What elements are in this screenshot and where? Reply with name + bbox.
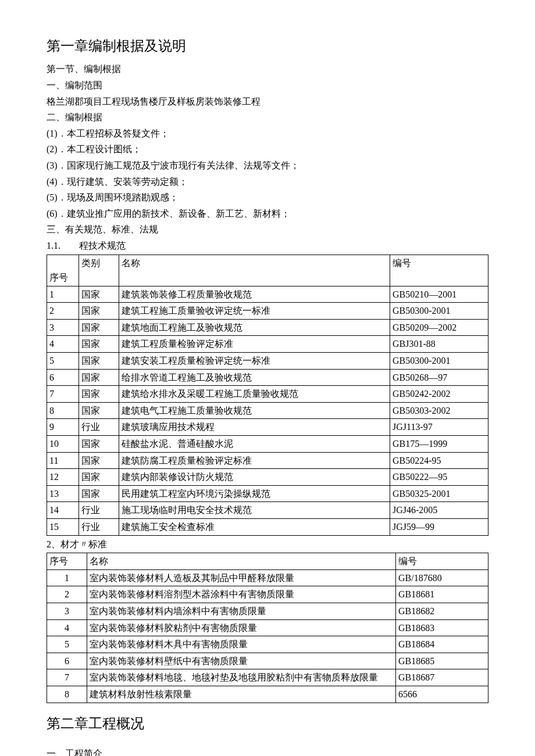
cell-code: JGJ113-97 (390, 419, 488, 436)
cell-code: GB50300-2001 (390, 303, 488, 320)
cell-seq: 6 (47, 369, 79, 386)
chapter2-title: 第二章工程概况 (47, 712, 488, 734)
cell-name: 建筑地面工程施工及验收规范 (119, 319, 390, 336)
header-seq: 序号 (47, 553, 87, 570)
basis-item: (6)．建筑业推广应用的新技术、新设备、新工艺、新材料； (47, 206, 488, 221)
cell-seq: 4 (47, 619, 87, 636)
cell-code: JGJ59—99 (390, 519, 488, 536)
header-name: 名称 (87, 553, 396, 570)
cell-code: GB18681 (396, 586, 488, 603)
cell-code: GB50224-95 (390, 452, 488, 469)
cell-code: GB175—1999 (390, 436, 488, 453)
cell-seq: 10 (47, 436, 79, 453)
cell-name: 室内装饰装修材料地毯、地毯衬垫及地毯用胶粘剂中有害物质释放限量 (87, 669, 396, 686)
basis-item: (5)．现场及周围环境踏勘观感； (47, 190, 488, 205)
table-row: 15行业建筑施工安全检查标准JGJ59—99 (47, 519, 488, 536)
cell-seq: 4 (47, 336, 79, 353)
cell-cat: 国家 (79, 402, 119, 419)
cell-name: 建筑安装工程质量检验评定统一标准 (119, 353, 390, 370)
cell-seq: 8 (47, 402, 79, 419)
header-code: 编号 (390, 255, 488, 286)
header-seq: 序号 (47, 255, 79, 286)
cell-name: 硅酸盐水泥、普通硅酸水泥 (119, 436, 390, 453)
cell-seq: 13 (47, 485, 79, 502)
table-header-row: 序号名称编号 (47, 553, 488, 570)
header-name: 名称 (119, 255, 390, 286)
cell-cat: 国家 (79, 336, 119, 353)
cell-cat: 国家 (79, 353, 119, 370)
cell-name: 室内装饰装修材料内墙涂料中有害物质限量 (87, 603, 396, 619)
table-row: 7室内装饰装修材料地毯、地毯衬垫及地毯用胶粘剂中有害物质释放限量GB18687 (47, 669, 488, 686)
header-cat: 类别 (79, 255, 119, 286)
spec-table: 序号类别名称编号1国家建筑装饰装修工程质量验收规范GB50210—20012国家… (47, 255, 488, 536)
cell-code: GB50303-2002 (390, 402, 488, 419)
cell-code: GB50209—2002 (390, 319, 488, 336)
cell-cat: 国家 (79, 436, 119, 453)
cell-name: 室内装饰装修材料溶剂型木器涂料中有害物质限量 (87, 586, 396, 603)
part2-title: 二、编制根据 (47, 110, 488, 125)
cell-name: 建筑施工安全检查标准 (119, 519, 390, 536)
basis-item: (1)．本工程招标及答疑文件； (47, 126, 488, 141)
table-row: 3室内装饰装修材料内墙涂料中有害物质限量GB18682 (47, 603, 488, 619)
cell-seq: 2 (47, 303, 79, 320)
part1-title: 一、编制范围 (47, 78, 488, 93)
table-row: 12国家建筑内部装修设计防火规范GB50222—95 (47, 469, 488, 486)
cell-code: GB18687 (396, 669, 488, 686)
cell-cat: 国家 (79, 319, 119, 336)
cell-seq: 11 (47, 452, 79, 469)
cell-seq: 7 (47, 386, 79, 403)
cell-seq: 5 (47, 353, 79, 370)
cell-name: 室内装饰装修材料人造板及其制品中甲醛释放限量 (87, 569, 396, 586)
table-row: 9行业建筑玻璃应用技术规程JGJ113-97 (47, 419, 488, 436)
part3-title: 三、有关规范、标准、法规 (47, 222, 488, 237)
cell-code: GB18684 (396, 636, 488, 653)
cell-seq: 7 (47, 669, 87, 686)
cell-name: 施工现场临时用电安全技术规范 (119, 502, 390, 519)
cell-code: GB50210—2001 (390, 286, 488, 303)
cell-name: 室内装饰装修材料胶粘剂中有害物质限量 (87, 619, 396, 636)
basis-item: (2)．本工程设计图纸； (47, 142, 488, 157)
cell-seq: 2 (47, 586, 87, 603)
cell-name: 建筑装饰装修工程质量验收规范 (119, 286, 390, 303)
cell-seq: 15 (47, 519, 79, 536)
cell-seq: 5 (47, 636, 87, 653)
material-heading: 2、材才〃标准 (47, 537, 488, 552)
cell-cat: 国家 (79, 303, 119, 320)
cell-cat: 国家 (79, 452, 119, 469)
table-row: 4室内装饰装修材料胶粘剂中有害物质限量GB18683 (47, 619, 488, 636)
table-row: 14行业施工现场临时用电安全技术规范JGJ46-2005 (47, 502, 488, 519)
table-row: 2国家建筑工程施工质量验收评定统一标准GB50300-2001 (47, 303, 488, 320)
basis-item: (3)．国家现行施工规范及宁波市现行有关法律、法规等文件； (47, 158, 488, 173)
table-row: 5国家建筑安装工程质量检验评定统一标准GB50300-2001 (47, 353, 488, 370)
cell-cat: 行业 (79, 502, 119, 519)
cell-name: 室内装饰装修材料壁纸中有害物质限量 (87, 653, 396, 669)
cell-cat: 国家 (79, 369, 119, 386)
cell-seq: 9 (47, 419, 79, 436)
chapter1-title: 第一章编制根据及说明 (47, 35, 488, 57)
cell-code: GB18683 (396, 619, 488, 636)
cell-cat: 行业 (79, 419, 119, 436)
table-row: 8建筑材料放射性核素限量6566 (47, 686, 488, 703)
cell-code: JGJ46-2005 (390, 502, 488, 519)
part1-body: 格兰湖郡项目工程现场售楼厅及样板房装饰装修工程 (47, 94, 488, 109)
table-row: 6室内装饰装修材料壁纸中有害物质限量GB18685 (47, 653, 488, 669)
cell-name: 建筑材料放射性核素限量 (87, 686, 396, 703)
cell-seq: 1 (47, 286, 79, 303)
cell-name: 给排水管道工程施工及验收规范 (119, 369, 390, 386)
cell-name: 民用建筑工程室内环境污染操纵规范 (119, 485, 390, 502)
cell-seq: 14 (47, 502, 79, 519)
table-row: 11国家建筑防腐工程质量检验评定标准GB50224-95 (47, 452, 488, 469)
cell-code: GB50325-2001 (390, 485, 488, 502)
header-seq-label: 序号 (49, 273, 68, 282)
cell-cat: 国家 (79, 286, 119, 303)
basis-item: (4)．现行建筑、安装等劳动定额； (47, 174, 488, 189)
cell-seq: 12 (47, 469, 79, 486)
section1-title: 第一节、编制根据 (47, 62, 488, 77)
cell-code: GB18682 (396, 603, 488, 619)
table-row: 13国家民用建筑工程室内环境污染操纵规范GB50325-2001 (47, 485, 488, 502)
cell-seq: 1 (47, 569, 87, 586)
cell-cat: 国家 (79, 469, 119, 486)
table-row: 4国家建筑工程质量检验评定标准GBJ301-88 (47, 336, 488, 353)
material-table: 序号名称编号1室内装饰装修材料人造板及其制品中甲醛释放限量GB/1876802室… (47, 553, 488, 703)
cell-seq: 3 (47, 319, 79, 336)
